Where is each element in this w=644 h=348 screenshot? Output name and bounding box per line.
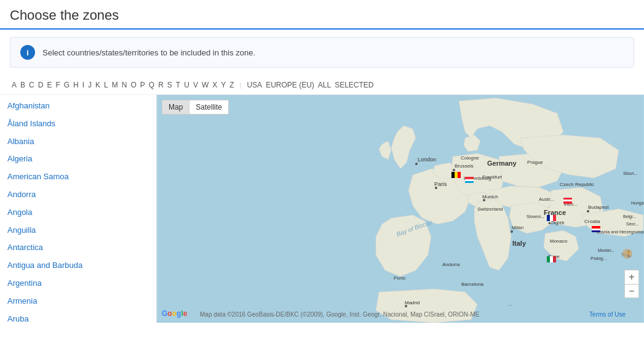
svg-text:Prague: Prague [527,160,543,165]
alpha-letter-i[interactable]: I [81,79,86,91]
map-controls: Map Satellite [162,100,229,115]
svg-text:Barcelona: Barcelona [461,281,484,287]
list-item[interactable]: Antigua and Barbuda [0,257,156,275]
alpha-special-europe--eu-[interactable]: EUROPE (EU) [264,79,316,91]
svg-text:Italy: Italy [512,240,527,247]
country-list-container: AfghanistanÅland IslandsAlbaniaAlgeriaAm… [0,95,157,323]
alpha-letter-r[interactable]: R [156,79,165,91]
map-container: Bay of Biscay London Paris France German… [157,95,644,323]
svg-text:Seor...: Seor... [626,222,638,226]
svg-text:Monter...: Monter... [598,248,614,253]
alpha-letter-u[interactable]: U [182,79,191,91]
page-title: Choose the zones [0,0,644,30]
alpha-letter-h[interactable]: H [71,79,81,91]
alpha-letter-g[interactable]: G [62,79,71,91]
alpha-letter-w[interactable]: W [200,79,210,91]
svg-rect-50 [465,181,474,183]
alpha-letter-e[interactable]: E [45,79,54,91]
alpha-letter-p[interactable]: P [138,79,147,91]
alpha-letter-y[interactable]: Y [219,79,228,91]
svg-text:Sloveni...: Sloveni... [527,214,544,219]
list-item[interactable]: Anguilla [0,222,156,240]
svg-text:Brussels: Brussels [455,163,474,169]
alpha-letter-d[interactable]: D [36,79,46,91]
svg-text:Slovi...: Slovi... [623,171,638,176]
svg-text:Austr...: Austr... [539,196,554,202]
info-text: Select countries/states/territories to b… [42,48,255,57]
svg-point-5 [435,187,437,189]
svg-text:London: London [418,156,436,163]
map-attribution: Map data ©2016 GeoBasis-DE/BKC (©2009), … [200,311,479,318]
map-zoom-controls: + − [624,270,639,298]
svg-text:Porto: Porto [394,275,406,281]
svg-rect-57 [592,229,600,230]
svg-text:Belgi...: Belgi... [623,214,636,219]
list-item[interactable]: Algeria [0,150,156,168]
list-item[interactable]: Albania [0,133,156,151]
svg-rect-46 [455,172,458,178]
list-item[interactable]: Afghanistan [0,97,156,115]
content-area: AfghanistanÅland IslandsAlbaniaAlgeriaAm… [0,95,644,323]
svg-rect-52 [550,215,553,221]
svg-text:Milan: Milan [512,225,523,230]
svg-rect-60 [550,256,553,262]
alpha-letter-f[interactable]: F [54,79,62,91]
list-item[interactable]: Åland Islands [0,115,156,133]
svg-text:Croatia: Croatia [584,219,600,224]
alpha-special-selected[interactable]: SELECTED [333,79,375,91]
svg-text:Germany: Germany [487,160,517,167]
alpha-special-usa[interactable]: USA [245,79,264,91]
svg-text:Frankfurt: Frankfurt [482,174,503,180]
svg-rect-47 [458,172,461,178]
alpha-letter-c[interactable]: C [27,79,36,91]
list-item[interactable]: Aruba [0,310,156,323]
alpha-special-all[interactable]: ALL [316,79,333,91]
svg-rect-61 [553,256,556,262]
map-tab-button[interactable]: Map [162,100,189,114]
svg-rect-55 [563,200,572,201]
svg-text:Podog...: Podog... [590,256,606,261]
svg-text:Budapest: Budapest [588,204,610,210]
list-item[interactable]: Angola [0,204,156,222]
alpha-letter-n[interactable]: N [120,79,129,91]
svg-rect-49 [465,179,474,181]
alpha-letter-z[interactable]: Z [228,79,236,91]
alpha-letter-x[interactable]: X [210,79,219,91]
alpha-letter-j[interactable]: J [86,79,93,91]
list-item[interactable]: Armenia [0,293,156,310]
svg-text:Bosnia and Herzegovina: Bosnia and Herzegovina [597,230,643,235]
svg-text:Paris: Paris [434,181,447,187]
zoom-in-button[interactable]: + [625,270,638,284]
alpha-letter-b[interactable]: B [18,79,27,91]
list-item[interactable]: American Samoa [0,168,156,186]
svg-text:Cologne: Cologne [461,155,479,161]
svg-point-35 [405,305,407,307]
alpha-letter-a[interactable]: A [10,79,18,91]
list-item[interactable]: Argentina [0,275,156,293]
satellite-tab-button[interactable]: Satellite [189,100,228,114]
terms-of-use-link[interactable]: Terms of Use [589,311,626,318]
svg-text:●Zagreb: ●Zagreb [548,221,565,225]
alpha-letter-k[interactable]: K [93,79,102,91]
svg-text:Switzerland: Switzerland [477,206,503,212]
alpha-letter-m[interactable]: M [110,79,120,91]
svg-text:Munich: Munich [482,194,498,200]
list-item[interactable]: Andorra [0,186,156,204]
svg-text:Andorra: Andorra [442,262,460,267]
svg-text:Madrid: Madrid [405,300,419,306]
alpha-letter-q[interactable]: Q [147,79,156,91]
svg-text:Hungar...: Hungar... [631,201,644,206]
alpha-letter-l[interactable]: L [102,79,110,91]
google-logo: Google [162,309,187,318]
alpha-letter-o[interactable]: O [129,79,138,91]
alpha-letter-t[interactable]: T [174,79,182,91]
svg-rect-53 [553,215,556,221]
svg-rect-58 [592,230,600,232]
country-list[interactable]: AfghanistanÅland IslandsAlbaniaAlgeriaAm… [0,95,156,323]
svg-text:Czech Republic: Czech Republic [560,182,594,187]
alpha-letter-s[interactable]: S [165,79,174,91]
alpha-letter-v[interactable]: V [191,79,200,91]
zoom-out-button[interactable]: − [625,284,638,297]
list-item[interactable]: Antarctica [0,239,156,257]
info-icon: i [20,45,35,60]
